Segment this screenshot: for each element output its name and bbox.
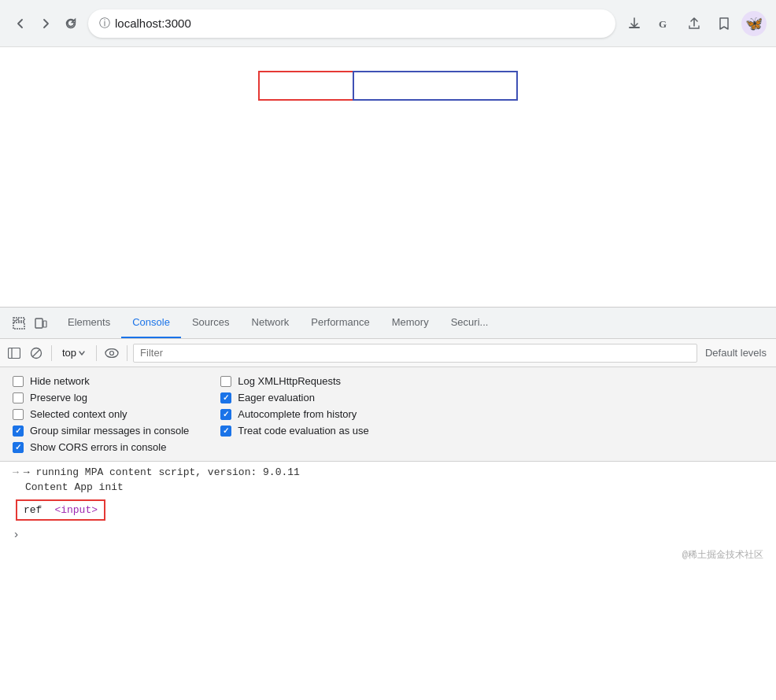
second-input[interactable] bbox=[353, 71, 518, 101]
setting-autocomplete-history: Autocomplete from history bbox=[220, 408, 368, 420]
console-log-2: Content App init bbox=[0, 480, 776, 495]
tab-network[interactable]: Network bbox=[241, 308, 301, 338]
separator-3 bbox=[127, 345, 127, 361]
nav-buttons bbox=[9, 13, 82, 35]
setting-treat-code-eval: Treat code evaluation as use bbox=[220, 425, 368, 437]
devtools-panel: Elements Console Sources Network Perform… bbox=[0, 307, 776, 700]
toolbar-icons: G 🦋 bbox=[622, 11, 767, 36]
settings-row: Hide network Preserve log Selected conte… bbox=[13, 375, 763, 453]
autocomplete-history-label: Autocomplete from history bbox=[238, 408, 357, 420]
hide-network-checkbox[interactable] bbox=[13, 376, 24, 387]
sidebar-toggle-button[interactable] bbox=[5, 344, 24, 363]
svg-rect-4 bbox=[13, 322, 24, 329]
translate-button[interactable]: G bbox=[652, 11, 677, 36]
svg-text:G: G bbox=[659, 18, 667, 30]
page-content bbox=[0, 47, 776, 307]
group-similar-label: Group similar messages in console bbox=[30, 425, 189, 437]
setting-cors-errors: Show CORS errors in console bbox=[13, 441, 189, 453]
console-ref-text: ref bbox=[24, 504, 42, 516]
share-button[interactable] bbox=[682, 11, 707, 36]
filter-input[interactable] bbox=[133, 344, 697, 363]
default-levels-button[interactable]: Default levels bbox=[700, 345, 771, 360]
inspect-icon[interactable] bbox=[9, 314, 28, 333]
console-log-1: → → running MPA content script, version:… bbox=[0, 465, 776, 480]
tab-security[interactable]: Securi... bbox=[440, 308, 500, 338]
svg-rect-3 bbox=[18, 318, 24, 321]
treat-code-eval-label: Treat code evaluation as use bbox=[238, 425, 368, 437]
tab-elements[interactable]: Elements bbox=[57, 308, 121, 338]
download-button[interactable] bbox=[622, 11, 647, 36]
preserve-log-label: Preserve log bbox=[30, 392, 87, 403]
url-text: localhost:3000 bbox=[115, 17, 604, 30]
tab-sources[interactable]: Sources bbox=[181, 308, 241, 338]
selected-context-label: Selected context only bbox=[30, 408, 127, 420]
group-similar-checkbox[interactable] bbox=[13, 426, 24, 437]
back-button[interactable] bbox=[9, 13, 31, 35]
eager-eval-label: Eager evaluation bbox=[238, 392, 315, 403]
eye-toggle-button[interactable] bbox=[102, 344, 121, 363]
devtools-tabs: Elements Console Sources Network Perform… bbox=[0, 308, 776, 339]
svg-rect-0 bbox=[629, 27, 640, 28]
autocomplete-history-checkbox[interactable] bbox=[220, 409, 231, 420]
setting-selected-context: Selected context only bbox=[13, 408, 189, 420]
security-icon: ⓘ bbox=[99, 17, 110, 31]
log-xhr-label: Log XMLHttpRequests bbox=[238, 375, 341, 387]
log-xhr-checkbox[interactable] bbox=[220, 376, 231, 387]
console-text-1: → running MPA content script, version: 9… bbox=[24, 466, 300, 478]
svg-rect-5 bbox=[35, 319, 42, 328]
input-group bbox=[258, 71, 518, 101]
context-label: top bbox=[62, 347, 76, 359]
setting-preserve-log: Preserve log bbox=[13, 392, 189, 403]
svg-rect-7 bbox=[9, 348, 20, 358]
separator-1 bbox=[51, 345, 52, 361]
profile-button[interactable]: 🦋 bbox=[741, 11, 767, 36]
devtools-tab-icons bbox=[3, 308, 57, 338]
svg-rect-6 bbox=[43, 321, 46, 327]
reload-button[interactable] bbox=[60, 13, 82, 35]
svg-point-12 bbox=[110, 351, 114, 355]
console-highlight-box: ref <input> bbox=[16, 499, 105, 521]
first-input[interactable] bbox=[258, 71, 353, 101]
cors-errors-label: Show CORS errors in console bbox=[30, 441, 166, 453]
settings-col-left: Hide network Preserve log Selected conte… bbox=[13, 375, 189, 453]
forward-button[interactable] bbox=[35, 13, 57, 35]
context-selector[interactable]: top bbox=[57, 345, 91, 360]
console-output[interactable]: → → running MPA content script, version:… bbox=[0, 462, 776, 700]
setting-group-similar: Group similar messages in console bbox=[13, 425, 189, 437]
treat-code-eval-checkbox[interactable] bbox=[220, 426, 231, 437]
console-highlight-wrapper: ref <input> bbox=[0, 495, 776, 525]
tab-memory[interactable]: Memory bbox=[381, 308, 440, 338]
selected-context-checkbox[interactable] bbox=[13, 409, 24, 420]
setting-eager-eval: Eager evaluation bbox=[220, 392, 368, 403]
console-prompt[interactable]: › bbox=[0, 525, 776, 545]
tab-console[interactable]: Console bbox=[121, 308, 181, 338]
setting-log-xhr: Log XMLHttpRequests bbox=[220, 375, 368, 387]
address-bar[interactable]: ⓘ localhost:3000 bbox=[88, 9, 615, 38]
settings-panel: Hide network Preserve log Selected conte… bbox=[0, 367, 776, 462]
browser-chrome: ⓘ localhost:3000 G 🦋 bbox=[0, 0, 776, 47]
watermark: @稀土掘金技术社区 bbox=[0, 545, 776, 565]
svg-line-10 bbox=[32, 349, 40, 357]
hide-network-label: Hide network bbox=[30, 375, 90, 387]
preserve-log-checkbox[interactable] bbox=[13, 392, 24, 403]
separator-2 bbox=[96, 345, 97, 361]
clear-console-button[interactable] bbox=[27, 344, 46, 363]
settings-col-right: Log XMLHttpRequests Eager evaluation Aut… bbox=[220, 375, 368, 453]
console-text-2: Content App init bbox=[13, 481, 124, 493]
svg-rect-2 bbox=[13, 318, 17, 321]
console-input-tag: <input> bbox=[54, 504, 98, 516]
cors-errors-checkbox[interactable] bbox=[13, 442, 24, 453]
setting-hide-network: Hide network bbox=[13, 375, 189, 387]
eager-eval-checkbox[interactable] bbox=[220, 392, 231, 403]
console-arrow-1: → bbox=[13, 466, 19, 478]
device-icon[interactable] bbox=[31, 314, 50, 333]
console-toolbar: top Default levels bbox=[0, 339, 776, 367]
tab-performance[interactable]: Performance bbox=[300, 308, 380, 338]
svg-point-11 bbox=[105, 348, 118, 357]
bookmark-button[interactable] bbox=[711, 11, 737, 36]
